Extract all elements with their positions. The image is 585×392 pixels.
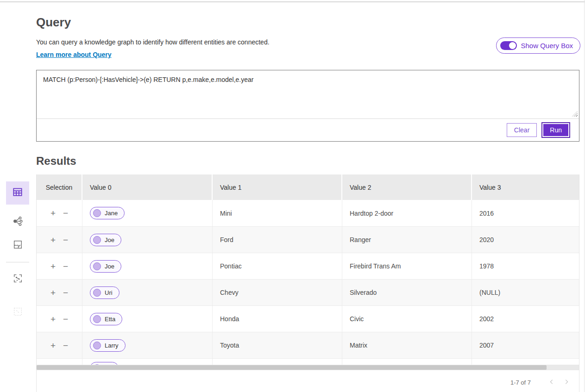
results-pagination: 1-7 of 7 bbox=[37, 370, 579, 392]
cell-model: Silverado bbox=[342, 280, 472, 305]
query-box: MATCH (p:Person)-[:HasVehicle]->(e) RETU… bbox=[36, 70, 579, 142]
chevron-left-icon bbox=[548, 379, 555, 386]
cell-make: Chevy bbox=[213, 280, 342, 305]
sidebar-item-add-to-map[interactable] bbox=[6, 268, 29, 291]
results-table-body: + − Jane Mini Hardtop 2-door 2016 + − Jo… bbox=[37, 200, 579, 358]
cell-make: Mini bbox=[213, 200, 342, 226]
entity-dot-icon bbox=[93, 342, 101, 349]
column-header-value2: Value 2 bbox=[342, 174, 472, 200]
entity-dot-icon bbox=[93, 315, 101, 323]
entity-pill[interactable]: Uri bbox=[90, 286, 120, 299]
cell-year: 2016 bbox=[472, 200, 579, 226]
entity-name: Uri bbox=[105, 289, 113, 296]
run-button[interactable]: Run bbox=[542, 123, 569, 137]
query-textarea[interactable]: MATCH (p:Person)-[:HasVehicle]->(e) RETU… bbox=[37, 70, 579, 118]
entity-dot-icon bbox=[93, 262, 101, 270]
cell-year: 1978 bbox=[472, 253, 579, 279]
table-row: + − Uri Chevy Silverado (NULL) bbox=[37, 279, 579, 305]
remove-from-selection-button[interactable]: − bbox=[63, 288, 68, 297]
previous-page-button[interactable] bbox=[546, 377, 558, 389]
cell-model: Ranger bbox=[342, 227, 472, 253]
cell-model: Hardtop 2-door bbox=[342, 200, 472, 226]
next-page-button[interactable] bbox=[560, 377, 572, 389]
results-card: Selection Value 0 Value 1 Value 2 Value … bbox=[36, 174, 579, 392]
sidebar-item-table-view[interactable] bbox=[6, 181, 29, 205]
results-title: Results bbox=[36, 155, 579, 168]
map-icon bbox=[12, 239, 24, 252]
cell-year: 2002 bbox=[472, 306, 579, 332]
remove-from-selection-button[interactable]: − bbox=[63, 236, 68, 244]
entity-name: Joe bbox=[105, 263, 114, 270]
clear-button[interactable]: Clear bbox=[507, 123, 537, 137]
cell-make: Honda bbox=[213, 306, 342, 332]
table-row: + − Larry Toyota Matrix 2007 bbox=[37, 332, 579, 358]
horizontal-scrollbar-thumb[interactable] bbox=[37, 365, 547, 370]
query-box-footer: Clear Run bbox=[37, 118, 579, 141]
add-to-selection-button[interactable]: + bbox=[50, 341, 56, 350]
add-to-selection-button[interactable]: + bbox=[50, 236, 56, 244]
selection-icon bbox=[12, 306, 24, 319]
column-header-selection: Selection bbox=[37, 174, 82, 200]
cell-year: 2020 bbox=[472, 227, 579, 253]
entity-pill[interactable]: Jane bbox=[90, 207, 125, 219]
column-header-value0: Value 0 bbox=[82, 174, 213, 200]
entity-pill[interactable]: Joe bbox=[90, 234, 121, 246]
table-row: + − Jane Mini Hardtop 2-door 2016 bbox=[37, 200, 579, 226]
pagination-range-label: 1-7 of 7 bbox=[510, 379, 531, 386]
entity-name: Jane bbox=[105, 210, 118, 217]
right-divider bbox=[584, 0, 585, 392]
entity-name: Etta bbox=[105, 316, 115, 323]
table-row-partial bbox=[37, 358, 579, 365]
rail-divider bbox=[6, 262, 29, 262]
cell-year: (NULL) bbox=[472, 280, 579, 305]
toggle-switch-icon[interactable] bbox=[500, 41, 517, 50]
show-query-box-toggle[interactable]: Show Query Box bbox=[496, 37, 580, 54]
toggle-label: Show Query Box bbox=[521, 42, 573, 50]
add-to-selection-button[interactable]: + bbox=[50, 288, 56, 297]
add-to-selection-button[interactable]: + bbox=[50, 262, 56, 271]
entity-pill[interactable]: Larry bbox=[90, 339, 126, 352]
cell-model: Civic bbox=[342, 306, 472, 332]
results-view-rail bbox=[6, 181, 29, 324]
page-title: Query bbox=[36, 15, 579, 30]
results-table-header: Selection Value 0 Value 1 Value 2 Value … bbox=[37, 174, 579, 200]
cell-make: Toyota bbox=[213, 332, 342, 358]
sidebar-item-selection-view bbox=[6, 301, 29, 324]
column-header-value3: Value 3 bbox=[472, 174, 579, 200]
main-content: Query You can query a knowledge graph to… bbox=[36, 0, 579, 392]
table-row: + − Etta Honda Civic 2002 bbox=[37, 305, 579, 332]
add-to-map-icon bbox=[12, 273, 24, 286]
query-page: Query You can query a knowledge graph to… bbox=[0, 0, 585, 392]
cell-year: 2007 bbox=[472, 332, 579, 358]
cell-model: Matrix bbox=[342, 332, 472, 358]
cell-model: Firebird Trans Am bbox=[342, 253, 472, 279]
entity-name: Joe bbox=[105, 236, 114, 243]
entity-dot-icon bbox=[93, 209, 101, 217]
column-header-value1: Value 1 bbox=[213, 174, 342, 200]
remove-from-selection-button[interactable]: − bbox=[63, 262, 68, 271]
add-to-selection-button[interactable]: + bbox=[50, 209, 56, 218]
sidebar-item-map-view[interactable] bbox=[6, 234, 29, 257]
sidebar-item-link-chart-view[interactable] bbox=[6, 211, 29, 234]
remove-from-selection-button[interactable]: − bbox=[63, 341, 68, 350]
cell-make: Pontiac bbox=[213, 253, 342, 279]
link-chart-icon bbox=[12, 215, 24, 229]
horizontal-scrollbar[interactable] bbox=[37, 365, 579, 370]
entity-pill[interactable]: Etta bbox=[90, 313, 122, 325]
table-row: + − Joe Pontiac Firebird Trans Am 1978 bbox=[37, 253, 579, 279]
table-row: + − Joe Ford Ranger 2020 bbox=[37, 226, 579, 253]
entity-name: Larry bbox=[105, 342, 119, 349]
learn-more-link[interactable]: Learn more about Query bbox=[36, 51, 112, 58]
entity-dot-icon bbox=[93, 236, 101, 244]
add-to-selection-button[interactable]: + bbox=[50, 315, 56, 324]
entity-pill[interactable]: Joe bbox=[90, 260, 121, 273]
table-icon bbox=[12, 186, 24, 200]
remove-from-selection-button[interactable]: − bbox=[63, 315, 68, 324]
remove-from-selection-button[interactable]: − bbox=[63, 209, 68, 218]
chevron-right-icon bbox=[563, 379, 570, 386]
entity-dot-icon bbox=[93, 289, 101, 297]
cell-make: Ford bbox=[213, 227, 342, 253]
